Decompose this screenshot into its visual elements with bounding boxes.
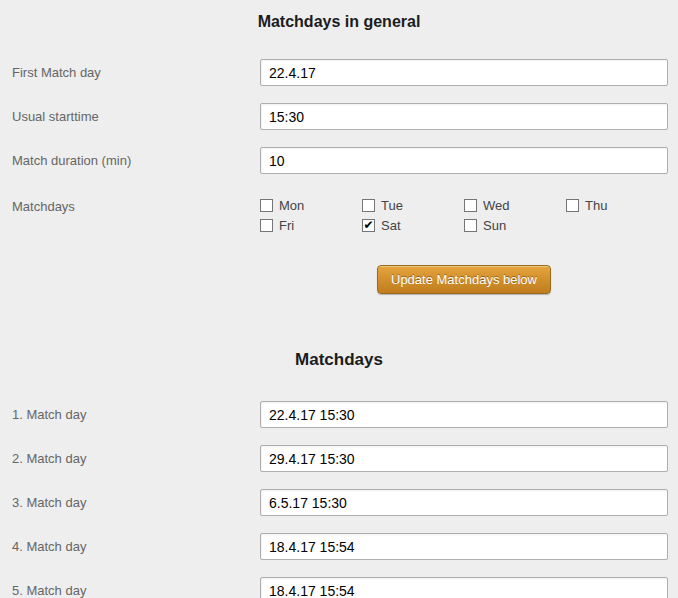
match-day-4-label: 4. Match day	[12, 539, 260, 554]
match-day-4-input[interactable]	[260, 533, 668, 560]
matchdays-section-title: Matchdays	[0, 350, 678, 370]
matchdays-label: Matchdays	[12, 198, 260, 214]
first-match-day-row: First Match day	[12, 59, 668, 86]
match-day-3-input[interactable]	[260, 489, 668, 516]
first-match-day-label: First Match day	[12, 65, 260, 80]
weekday-item-sat[interactable]: Sat	[362, 218, 464, 233]
match-day-2-input[interactable]	[260, 445, 668, 472]
checkbox-sat-icon[interactable]	[362, 219, 375, 232]
checkbox-tue-icon[interactable]	[362, 199, 375, 212]
weekday-item-mon[interactable]: Mon	[260, 198, 362, 213]
weekday-item-wed[interactable]: Wed	[464, 198, 566, 213]
weekday-label-wed: Wed	[483, 198, 510, 213]
weekday-label-sat: Sat	[381, 218, 401, 233]
weekday-label-sun: Sun	[483, 218, 506, 233]
checkbox-mon-icon[interactable]	[260, 199, 273, 212]
match-day-1-row: 1. Match day	[12, 401, 668, 428]
match-day-3-row: 3. Match day	[12, 489, 668, 516]
match-day-2-label: 2. Match day	[12, 451, 260, 466]
weekday-label-tue: Tue	[381, 198, 403, 213]
matchday-list: 1. Match day 2. Match day 3. Match day 4…	[0, 401, 678, 598]
weekday-label-mon: Mon	[279, 198, 304, 213]
match-day-5-label: 5. Match day	[12, 583, 260, 598]
match-day-5-input[interactable]	[260, 577, 668, 598]
match-day-1-label: 1. Match day	[12, 407, 260, 422]
matchdays-weekdays-row: Matchdays Mon Tue Wed Thu Fri	[12, 198, 668, 238]
checkbox-sun-icon[interactable]	[464, 219, 477, 232]
checkbox-fri-icon[interactable]	[260, 219, 273, 232]
match-day-1-input[interactable]	[260, 401, 668, 428]
usual-starttime-row: Usual starttime	[12, 103, 668, 130]
match-duration-input[interactable]	[260, 147, 668, 174]
checkbox-wed-icon[interactable]	[464, 199, 477, 212]
match-day-5-row: 5. Match day	[12, 577, 668, 598]
match-day-3-label: 3. Match day	[12, 495, 260, 510]
update-matchdays-button[interactable]: Update Matchdays below	[377, 265, 551, 294]
first-match-day-input[interactable]	[260, 59, 668, 86]
weekday-item-sun[interactable]: Sun	[464, 218, 566, 233]
weekday-item-tue[interactable]: Tue	[362, 198, 464, 213]
weekday-checkbox-group: Mon Tue Wed Thu Fri Sat	[260, 198, 668, 238]
weekday-label-thu: Thu	[585, 198, 607, 213]
general-section-title: Matchdays in general	[0, 0, 678, 31]
weekday-item-fri[interactable]: Fri	[260, 218, 362, 233]
matchdays-page: Matchdays in general First Match day Usu…	[0, 0, 678, 598]
weekday-label-fri: Fri	[279, 218, 294, 233]
match-duration-label: Match duration (min)	[12, 153, 260, 168]
match-duration-row: Match duration (min)	[12, 147, 668, 174]
weekday-item-thu[interactable]: Thu	[566, 198, 668, 213]
match-day-2-row: 2. Match day	[12, 445, 668, 472]
usual-starttime-input[interactable]	[260, 103, 668, 130]
update-button-row: Update Matchdays below	[260, 265, 668, 294]
checkbox-thu-icon[interactable]	[566, 199, 579, 212]
usual-starttime-label: Usual starttime	[12, 109, 260, 124]
match-day-4-row: 4. Match day	[12, 533, 668, 560]
